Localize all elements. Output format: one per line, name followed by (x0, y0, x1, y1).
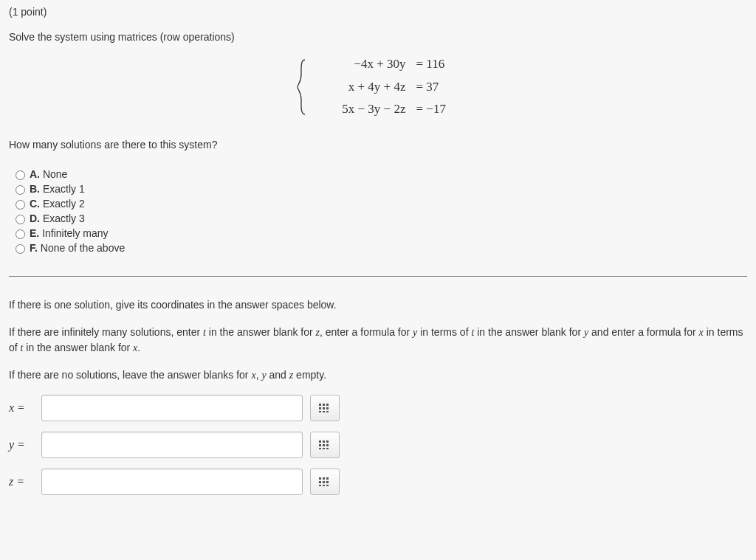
svg-rect-5 (326, 407, 329, 409)
svg-rect-6 (319, 411, 321, 412)
svg-rect-23 (326, 481, 329, 483)
option-text: Exactly 1 (43, 183, 85, 195)
svg-rect-2 (326, 404, 329, 406)
svg-rect-24 (319, 485, 321, 486)
option-f[interactable]: F. None of the above (12, 241, 747, 255)
svg-rect-25 (323, 485, 325, 486)
equation-rhs: = 116 (416, 53, 461, 76)
option-letter: B. (30, 183, 40, 195)
option-f-radio[interactable] (16, 244, 25, 254)
option-text: Infinitely many (42, 227, 108, 239)
keypad-icon (319, 477, 331, 486)
multiple-choice-options: A. None B. Exactly 1 C. Exactly 2 D. Exa… (12, 167, 747, 255)
answer-label-z: z = (9, 475, 41, 488)
equation-lhs: x + 4y + 4z (310, 76, 416, 99)
option-a[interactable]: A. None (12, 167, 747, 182)
svg-rect-21 (319, 481, 321, 483)
keypad-button[interactable] (310, 395, 340, 421)
answer-label-x: x = (9, 401, 41, 415)
equation-row: x + 4y + 4z = 37 (310, 76, 461, 99)
svg-rect-3 (319, 407, 321, 409)
svg-rect-26 (326, 485, 329, 486)
answer-input-z[interactable] (41, 469, 303, 495)
keypad-button[interactable] (310, 469, 340, 495)
svg-rect-14 (326, 444, 329, 446)
svg-rect-4 (323, 407, 325, 409)
option-a-radio[interactable] (16, 170, 25, 180)
svg-rect-13 (323, 444, 325, 446)
keypad-icon (319, 440, 331, 449)
option-letter: D. (30, 212, 40, 224)
option-e-radio[interactable] (16, 229, 25, 239)
instruction-infinite-solutions: If there are infinitely many solutions, … (9, 325, 747, 356)
left-brace-icon (296, 58, 306, 116)
instruction-one-solution: If there is one solution, give its coord… (9, 297, 747, 313)
option-b-radio[interactable] (16, 185, 25, 195)
equation-lhs: −4x + 30y (310, 53, 416, 76)
svg-rect-8 (326, 411, 329, 412)
keypad-button[interactable] (310, 432, 340, 458)
option-c-radio[interactable] (16, 200, 25, 210)
sub-question: How many solutions are there to this sys… (9, 139, 747, 151)
option-d[interactable]: D. Exactly 3 (12, 211, 747, 226)
svg-rect-16 (323, 448, 325, 449)
option-c[interactable]: C. Exactly 2 (12, 196, 747, 211)
svg-rect-1 (323, 404, 325, 406)
divider (9, 276, 747, 277)
points-label: (1 point) (9, 6, 747, 18)
svg-rect-22 (323, 481, 325, 483)
svg-rect-9 (319, 440, 321, 443)
equation-row: −4x + 30y = 116 (310, 53, 461, 76)
option-b[interactable]: B. Exactly 1 (12, 182, 747, 196)
svg-rect-15 (319, 448, 321, 449)
answer-row-z: z = (9, 469, 747, 495)
question-prompt: Solve the system using matrices (row ope… (9, 31, 747, 43)
option-letter: E. (30, 227, 39, 239)
svg-rect-7 (323, 411, 325, 412)
equation-rhs: = −17 (416, 98, 461, 121)
svg-rect-0 (319, 404, 321, 406)
option-d-radio[interactable] (16, 215, 25, 224)
option-letter: C. (30, 198, 40, 210)
option-letter: A. (30, 168, 40, 180)
svg-rect-20 (326, 477, 329, 480)
svg-rect-17 (326, 448, 329, 449)
svg-rect-12 (319, 444, 321, 446)
svg-rect-10 (323, 440, 325, 443)
equation-row: 5x − 3y − 2z = −17 (310, 98, 461, 121)
answer-input-x[interactable] (41, 395, 303, 421)
answer-input-y[interactable] (41, 432, 303, 458)
answer-label-y: y = (9, 438, 41, 452)
instruction-no-solutions: If there are no solutions, leave the ans… (9, 367, 747, 383)
svg-rect-19 (323, 477, 325, 480)
option-text: Exactly 2 (43, 198, 85, 210)
answer-row-x: x = (9, 395, 747, 421)
answer-row-y: y = (9, 432, 747, 458)
option-letter: F. (30, 242, 38, 254)
svg-rect-11 (326, 440, 329, 443)
equation-system: −4x + 30y = 116 x + 4y + 4z = 37 5x − 3y… (9, 53, 747, 121)
equation-lhs: 5x − 3y − 2z (310, 98, 416, 121)
option-text: None (43, 168, 67, 180)
option-text: None of the above (41, 242, 125, 254)
equation-rhs: = 37 (416, 76, 461, 99)
option-e[interactable]: E. Infinitely many (12, 226, 747, 241)
option-text: Exactly 3 (43, 212, 85, 224)
keypad-icon (319, 404, 331, 412)
svg-rect-18 (319, 477, 321, 480)
